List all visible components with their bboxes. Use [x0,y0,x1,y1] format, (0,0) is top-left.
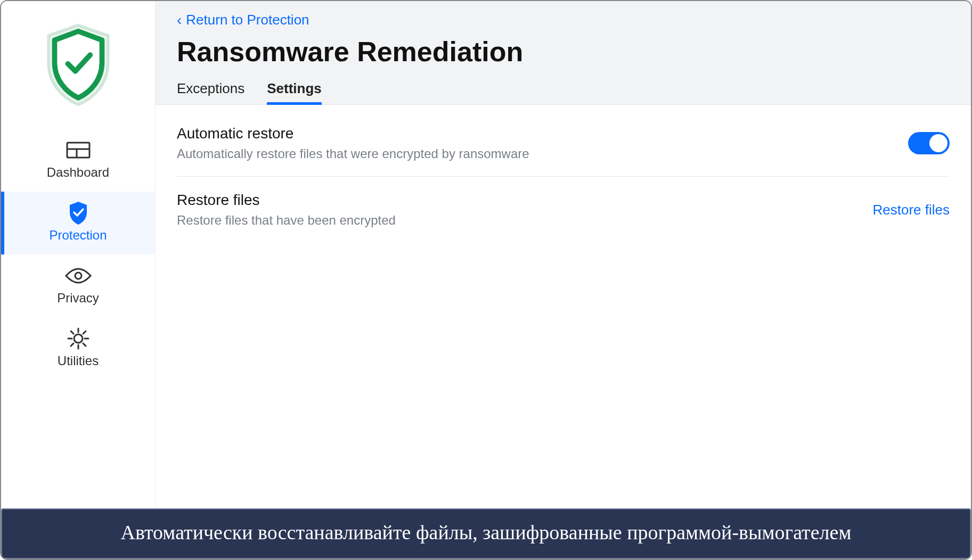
setting-restore-files: Restore files Restore files that have be… [177,177,950,243]
svg-line-9 [71,331,73,334]
eye-icon [63,264,93,287]
setting-text: Automatic restore Automatically restore … [177,125,529,161]
brand-shield-icon [41,22,116,108]
app-body: Dashboard Protection [1,1,971,508]
caption-banner: Автоматически восстанавливайте файлы, за… [1,508,971,559]
setting-text: Restore files Restore files that have be… [177,192,396,228]
back-link-label: Return to Protection [186,12,309,28]
app-window: Dashboard Protection [0,0,972,560]
toggle-knob [929,134,948,152]
svg-line-11 [83,331,86,334]
setting-description: Restore files that have been encrypted [177,213,396,228]
sidebar-item-utilities[interactable]: Utilities [1,317,155,380]
sidebar-item-dashboard[interactable]: Dashboard [1,129,155,192]
setting-automatic-restore: Automatic restore Automatically restore … [177,110,950,177]
dashboard-icon [63,138,93,162]
svg-line-10 [83,343,86,346]
svg-rect-0 [67,143,89,158]
sidebar-item-label: Utilities [58,353,99,368]
tab-exceptions[interactable]: Exceptions [177,80,244,104]
svg-point-3 [75,273,81,279]
sidebar: Dashboard Protection [1,1,156,508]
settings-content: Automatic restore Automatically restore … [156,105,971,508]
setting-title: Automatic restore [177,125,529,142]
sidebar-item-label: Dashboard [47,165,109,180]
back-to-protection-link[interactable]: ‹ Return to Protection [177,12,309,28]
chevron-left-icon: ‹ [177,13,182,28]
shield-icon [63,201,93,225]
svg-point-4 [74,334,83,343]
sidebar-item-privacy[interactable]: Privacy [1,254,155,317]
tab-settings[interactable]: Settings [267,80,322,104]
restore-files-link[interactable]: Restore files [873,202,950,218]
sidebar-item-label: Privacy [57,291,99,306]
page-header: ‹ Return to Protection Ransomware Remedi… [156,1,971,105]
page-title: Ransomware Remediation [177,36,950,68]
main-panel: ‹ Return to Protection Ransomware Remedi… [156,1,971,508]
setting-description: Automatically restore files that were en… [177,146,529,161]
sidebar-item-label: Protection [49,228,107,243]
sidebar-nav: Dashboard Protection [1,129,155,380]
gear-icon [63,327,93,350]
setting-title: Restore files [177,192,396,209]
svg-line-12 [71,343,73,346]
tabs: Exceptions Settings [177,80,950,104]
automatic-restore-toggle[interactable] [908,132,950,154]
sidebar-item-protection[interactable]: Protection [1,192,155,254]
